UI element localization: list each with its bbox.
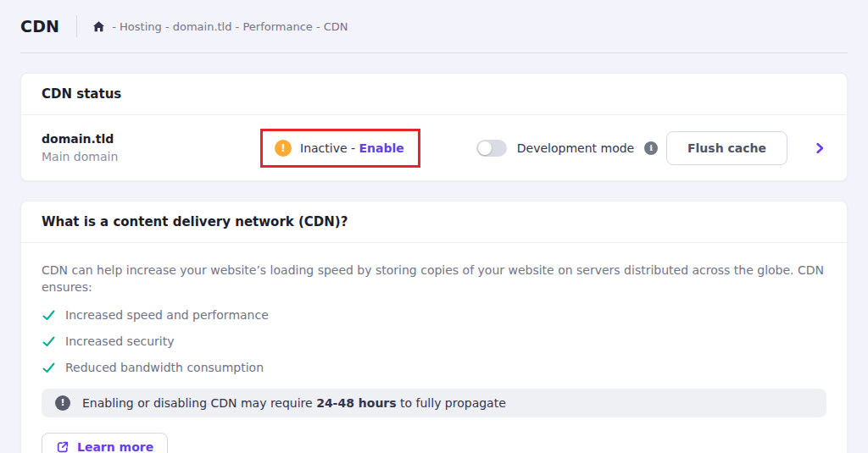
- cdn-status-row: domain.tld Main domain ! Inactive - Enab…: [21, 115, 847, 180]
- benefit-label: Increased speed and performance: [65, 308, 269, 322]
- cdn-status-card-title: CDN status: [21, 74, 847, 115]
- cdn-description: CDN can help increase your website’s loa…: [42, 262, 826, 296]
- cdn-explainer-card: What is a content delivery network (CDN)…: [20, 201, 848, 453]
- propagation-notice: ! Enabling or disabling CDN may require …: [42, 389, 826, 417]
- domain-subtitle: Main domain: [42, 150, 260, 163]
- cdn-explainer-title: What is a content delivery network (CDN)…: [21, 202, 847, 243]
- development-mode-toggle[interactable]: [476, 140, 507, 157]
- status-separator: -: [351, 141, 355, 155]
- alert-icon: !: [55, 395, 70, 411]
- domain-name: domain.tld: [42, 132, 260, 146]
- cdn-status-card: CDN status domain.tld Main domain ! Inac…: [20, 73, 848, 181]
- check-icon: [42, 334, 56, 349]
- chevron-right-icon[interactable]: [813, 141, 826, 155]
- status-highlight-annotation: ! Inactive - Enable: [260, 129, 420, 168]
- development-mode-group: Development mode i: [476, 140, 658, 157]
- home-icon[interactable]: [92, 20, 105, 33]
- learn-more-label: Learn more: [77, 440, 153, 453]
- development-mode-label: Development mode: [517, 141, 634, 155]
- cdn-explainer-body: CDN can help increase your website’s loa…: [21, 243, 847, 453]
- benefit-item: Increased security: [42, 334, 826, 349]
- flush-cache-button[interactable]: Flush cache: [666, 131, 787, 165]
- enable-link[interactable]: Enable: [359, 141, 404, 155]
- toggle-knob: [478, 141, 492, 155]
- info-icon[interactable]: i: [644, 141, 658, 155]
- breadcrumb: - Hosting - domain.tld - Performance - C…: [92, 20, 348, 33]
- external-link-icon: [56, 440, 70, 453]
- propagation-duration: 24-48 hours: [316, 396, 396, 410]
- header-divider: [76, 15, 77, 37]
- propagation-notice-text: Enabling or disabling CDN may require 24…: [82, 396, 506, 410]
- header-rule: [20, 52, 848, 53]
- breadcrumb-text: - Hosting - domain.tld - Performance - C…: [112, 20, 348, 33]
- check-icon: [42, 308, 56, 323]
- benefit-label: Reduced bandwidth consumption: [65, 361, 264, 374]
- benefit-item: Reduced bandwidth consumption: [42, 361, 826, 375]
- page-title: CDN: [20, 17, 59, 36]
- benefit-label: Increased security: [65, 334, 174, 348]
- page-header: CDN - Hosting - domain.tld - Performance…: [0, 0, 868, 52]
- domain-block: domain.tld Main domain: [42, 132, 260, 163]
- status-label: Inactive - Enable: [300, 141, 404, 155]
- check-icon: [42, 361, 56, 375]
- benefit-item: Increased speed and performance: [42, 308, 826, 323]
- warning-icon: !: [275, 140, 292, 157]
- learn-more-button[interactable]: Learn more: [42, 433, 168, 453]
